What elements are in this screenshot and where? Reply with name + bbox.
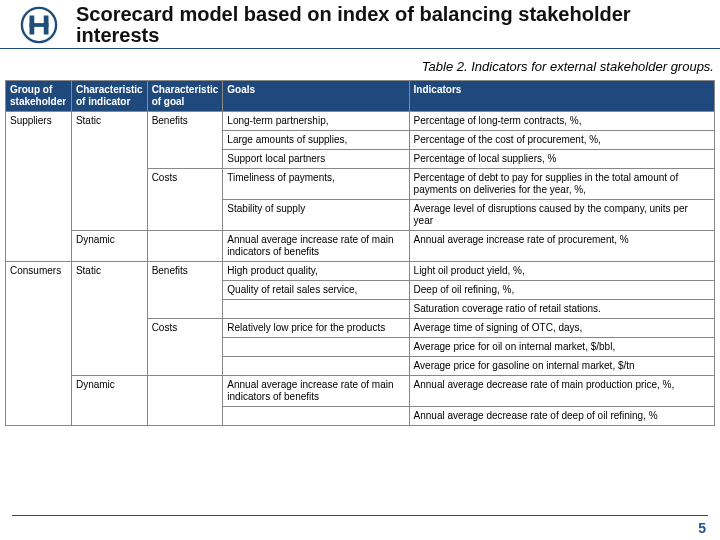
cell-indicator: Annual average decrease rate of main pro… (409, 376, 714, 407)
cell-indicator: Percentage of the cost of procurement, %… (409, 131, 714, 150)
table-row: Consumers Static Benefits High product q… (6, 262, 715, 281)
col-group: Group of stakeholder (6, 81, 72, 112)
cell-indicator: Annual average increase rate of procurem… (409, 231, 714, 262)
cell-goal: Stability of supply (223, 200, 409, 231)
table-row: Dynamic Annual average increase rate of … (6, 376, 715, 407)
cell-char-goal (147, 376, 223, 426)
cell-goal (223, 407, 409, 426)
cell-indicator: Average price for gasoline on internal m… (409, 357, 714, 376)
header: Scorecard model based on index of balanc… (0, 0, 720, 49)
col-char-goal: Characteristic of goal (147, 81, 223, 112)
cell-char-ind: Static (71, 112, 147, 231)
cell-goal: High product quality, (223, 262, 409, 281)
cell-goal (223, 300, 409, 319)
page: Scorecard model based on index of balanc… (0, 0, 720, 540)
cell-goal: Long-term partnership, (223, 112, 409, 131)
table-header-row: Group of stakeholder Characteristic of i… (6, 81, 715, 112)
cell-char-ind: Dynamic (71, 231, 147, 262)
cell-char-ind: Static (71, 262, 147, 376)
table-row: Dynamic Annual average increase rate of … (6, 231, 715, 262)
cell-goal (223, 338, 409, 357)
cell-indicator: Light oil product yield, %, (409, 262, 714, 281)
indicators-table: Group of stakeholder Characteristic of i… (5, 80, 715, 426)
svg-rect-3 (30, 23, 49, 27)
footer-divider (12, 515, 708, 516)
page-title: Scorecard model based on index of balanc… (76, 4, 710, 46)
col-indicators: Indicators (409, 81, 714, 112)
cell-indicator: Deep of oil refining, %, (409, 281, 714, 300)
cell-indicator: Annual average decrease rate of deep of … (409, 407, 714, 426)
cell-indicator: Average level of disruptions caused by t… (409, 200, 714, 231)
table-caption: Table 2. Indicators for external stakeho… (0, 51, 720, 80)
cell-char-goal: Costs (147, 169, 223, 231)
cell-group: Consumers (6, 262, 72, 426)
logo-icon (20, 6, 58, 44)
cell-indicator: Average price for oil on internal market… (409, 338, 714, 357)
cell-goal: Relatively low price for the products (223, 319, 409, 338)
col-char-ind: Characteristic of indicator (71, 81, 147, 112)
cell-indicator: Percentage of long-term contracts, %, (409, 112, 714, 131)
cell-goal: Timeliness of payments, (223, 169, 409, 200)
cell-goal: Support local partners (223, 150, 409, 169)
cell-indicator: Percentage of debt to pay for supplies i… (409, 169, 714, 200)
cell-char-goal (147, 231, 223, 262)
cell-char-goal: Benefits (147, 262, 223, 319)
table-row: Suppliers Static Benefits Long-term part… (6, 112, 715, 131)
cell-goal: Quality of retail sales service, (223, 281, 409, 300)
cell-char-ind: Dynamic (71, 376, 147, 426)
cell-group: Suppliers (6, 112, 72, 262)
cell-char-goal: Benefits (147, 112, 223, 169)
cell-indicator: Average time of signing of OTC, days, (409, 319, 714, 338)
col-goals: Goals (223, 81, 409, 112)
cell-goal: Annual average increase rate of main ind… (223, 231, 409, 262)
cell-indicator: Saturation coverage ratio of retail stat… (409, 300, 714, 319)
cell-goal (223, 357, 409, 376)
cell-goal: Large amounts of supplies, (223, 131, 409, 150)
cell-indicator: Percentage of local suppliers, % (409, 150, 714, 169)
cell-char-goal: Costs (147, 319, 223, 376)
cell-goal: Annual average increase rate of main ind… (223, 376, 409, 407)
page-number: 5 (698, 520, 706, 536)
